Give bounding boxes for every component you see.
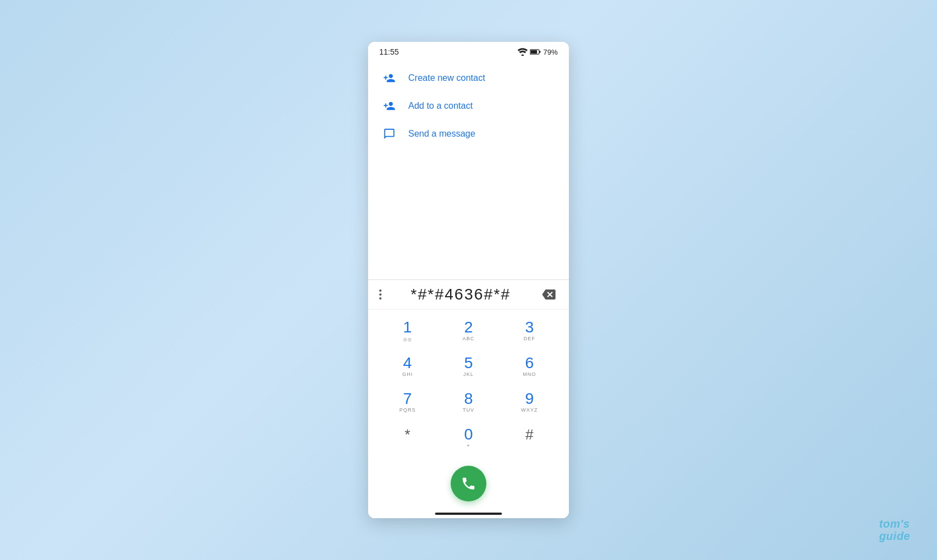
person-add-icon-1	[381, 72, 397, 84]
key-6[interactable]: 6 MNO	[507, 350, 552, 383]
key-4[interactable]: 4 GHI	[385, 350, 430, 383]
key-star[interactable]: *	[385, 421, 430, 455]
key-4-letters: GHI	[402, 371, 413, 378]
dialer-input[interactable]: *#*#4636#*#	[388, 286, 533, 303]
key-7-letters: PQRS	[399, 407, 416, 414]
key-2-number: 2	[464, 319, 473, 336]
create-new-contact-item[interactable]: Create new contact	[368, 64, 569, 92]
watermark: tom's guide	[879, 518, 910, 542]
add-to-contact-item[interactable]: Add to a contact	[368, 92, 569, 120]
keypad-row-4: * 0 + #	[377, 421, 560, 455]
dialer-header: *#*#4636#*#	[368, 280, 569, 310]
dialer-panel: *#*#4636#*# 1 ⌾⌾ 2 ABC	[368, 279, 569, 518]
key-9-letters: WXYZ	[521, 407, 538, 414]
key-3[interactable]: 3 DEF	[507, 314, 552, 347]
person-add-icon-2	[381, 100, 397, 112]
battery-icon	[530, 48, 541, 56]
key-5[interactable]: 5 JKL	[446, 350, 491, 383]
keypad-row-3: 7 PQRS 8 TUV 9 WXYZ	[377, 385, 560, 419]
status-bar: 11:55 79%	[368, 42, 569, 60]
key-3-number: 3	[525, 319, 534, 336]
backspace-button[interactable]	[538, 286, 560, 303]
keypad: 1 ⌾⌾ 2 ABC 3 DEF 4 GHI 5	[368, 310, 569, 461]
call-button-row	[368, 461, 569, 508]
watermark-line1: tom's	[879, 518, 910, 530]
key-1-letters: ⌾⌾	[403, 336, 412, 342]
key-0-letters: +	[467, 443, 470, 450]
key-0[interactable]: 0 +	[446, 421, 491, 455]
key-8[interactable]: 8 TUV	[446, 385, 491, 419]
empty-space	[368, 157, 569, 279]
message-icon	[381, 128, 397, 140]
send-message-item[interactable]: Send a message	[368, 120, 569, 148]
home-indicator	[368, 508, 569, 518]
phone-icon	[461, 476, 476, 491]
status-icons: 79%	[518, 48, 558, 56]
key-6-number: 6	[525, 355, 534, 372]
battery-text: 79%	[543, 48, 558, 56]
menu-items: Create new contact Add to a contact	[368, 60, 569, 157]
status-time: 11:55	[379, 47, 399, 56]
home-bar	[435, 513, 502, 515]
key-8-letters: TUV	[462, 407, 474, 414]
key-6-letters: MNO	[523, 371, 536, 378]
more-options-button[interactable]	[377, 287, 384, 302]
key-0-number: 0	[464, 426, 473, 443]
key-8-number: 8	[464, 390, 473, 408]
watermark-line2: guide	[879, 530, 910, 542]
svg-rect-2	[530, 50, 537, 54]
key-5-number: 5	[464, 355, 473, 372]
key-star-number: *	[405, 427, 410, 443]
key-9-number: 9	[525, 390, 534, 408]
create-new-contact-label: Create new contact	[408, 73, 485, 83]
key-hash-number: #	[525, 427, 533, 443]
call-button[interactable]	[451, 466, 486, 501]
backspace-icon	[542, 288, 556, 301]
keypad-row-2: 4 GHI 5 JKL 6 MNO	[377, 350, 560, 383]
key-1-number: 1	[403, 319, 412, 336]
add-to-contact-label: Add to a contact	[408, 101, 473, 111]
key-hash[interactable]: #	[507, 421, 552, 455]
svg-rect-3	[539, 51, 540, 52]
keypad-row-1: 1 ⌾⌾ 2 ABC 3 DEF	[377, 314, 560, 347]
key-2-letters: ABC	[462, 336, 475, 342]
key-5-letters: JKL	[463, 371, 474, 378]
key-4-number: 4	[403, 355, 412, 372]
key-7[interactable]: 7 PQRS	[385, 385, 430, 419]
key-1[interactable]: 1 ⌾⌾	[385, 314, 430, 347]
key-9[interactable]: 9 WXYZ	[507, 385, 552, 419]
wifi-icon	[518, 48, 528, 56]
key-3-letters: DEF	[524, 336, 535, 342]
svg-point-0	[521, 55, 524, 56]
phone-container: 11:55 79%	[368, 42, 569, 518]
key-7-number: 7	[403, 390, 412, 408]
top-panel: 11:55 79%	[368, 42, 569, 279]
send-message-label: Send a message	[408, 129, 475, 139]
key-2[interactable]: 2 ABC	[446, 314, 491, 347]
